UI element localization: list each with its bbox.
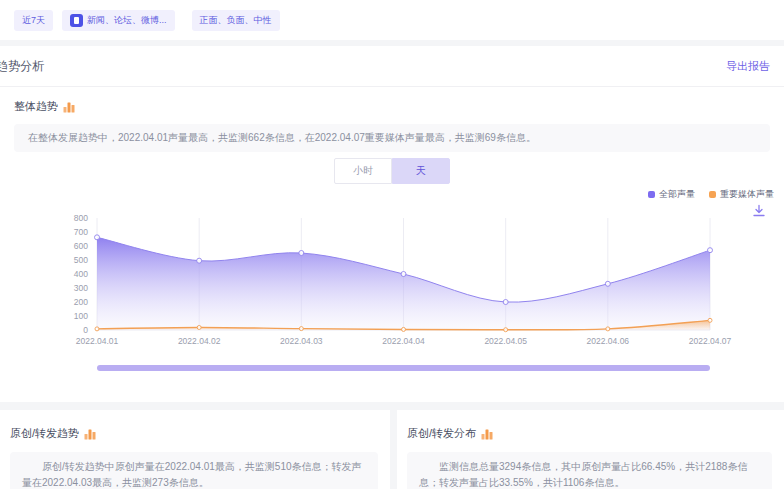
svg-text:600: 600: [74, 241, 88, 251]
sentiment-filter-label: 正面、负面、中性: [200, 14, 272, 27]
legend-item-all-volume[interactable]: 全部声量: [648, 188, 695, 201]
original-repost-distribution-header: 原创/转发分布: [407, 426, 493, 441]
filter-chip-date-range[interactable]: 近7天: [14, 10, 53, 31]
svg-text:700: 700: [74, 227, 88, 237]
legend-item-media-volume[interactable]: 重要媒体声量: [709, 188, 774, 201]
chart-legend: 全部声量 重要媒体声量: [648, 188, 774, 201]
original-repost-trend-header: 原创/转发趋势: [10, 426, 96, 441]
overall-trend-header: 整体趋势: [14, 99, 75, 114]
overall-summary-text: 在整体发展趋势中，2022.04.01声量最高，共监测662条信息，在2022.…: [14, 124, 770, 152]
bottom-cards-row: 原创/转发趋势 原创/转发趋势中原创声量在2022.04.01最高，共监测510…: [0, 410, 784, 489]
svg-text:2022.04.07: 2022.04.07: [689, 336, 732, 346]
chart-scrollbar[interactable]: [97, 365, 710, 371]
bar-chart-icon: [84, 428, 96, 440]
svg-text:500: 500: [74, 255, 88, 265]
export-report-link[interactable]: 导出报告: [726, 59, 770, 74]
svg-text:2022.04.02: 2022.04.02: [178, 336, 221, 346]
original-repost-trend-title: 原创/转发趋势: [10, 426, 79, 441]
source-badge-icon: [70, 14, 83, 27]
bar-chart-icon: [63, 101, 75, 113]
original-repost-trend-card: 原创/转发趋势 原创/转发趋势中原创声量在2022.04.01最高，共监测510…: [0, 410, 390, 489]
header-divider: [0, 86, 784, 87]
granularity-toggle: 小时 天: [334, 158, 450, 184]
svg-text:2022.04.01: 2022.04.01: [76, 336, 119, 346]
filter-chip-source[interactable]: 新闻、论坛、微博...: [62, 10, 175, 31]
original-repost-distribution-card: 原创/转发分布 监测信息总量3294条信息，其中原创声量占比66.45%，共计2…: [397, 410, 784, 489]
page-title: 趋势分析: [0, 58, 44, 75]
svg-text:2022.04.03: 2022.04.03: [280, 336, 323, 346]
original-repost-distribution-title: 原创/转发分布: [407, 426, 476, 441]
svg-text:2022.04.06: 2022.04.06: [587, 336, 630, 346]
legend-dot-media-volume: [709, 191, 716, 198]
section-header: 趋势分析 导出报告: [0, 46, 784, 86]
filter-bar: 近7天 新闻、论坛、微博... 正面、负面、中性: [0, 0, 784, 40]
trend-analysis-section: 趋势分析 导出报告 整体趋势 在整体发展趋势中，2022.04.01声量最高，共…: [0, 46, 784, 402]
date-range-label: 近7天: [22, 14, 45, 27]
svg-text:300: 300: [74, 283, 88, 293]
svg-text:200: 200: [74, 297, 88, 307]
overall-trend-title: 整体趋势: [14, 99, 58, 114]
svg-text:100: 100: [74, 311, 88, 321]
source-filter-label: 新闻、论坛、微博...: [87, 14, 167, 27]
svg-text:400: 400: [74, 269, 88, 279]
original-repost-distribution-summary: 监测信息总量3294条信息，其中原创声量占比66.45%，共计2188条信息；转…: [407, 452, 772, 489]
toggle-hour-button[interactable]: 小时: [334, 158, 392, 184]
svg-text:2022.04.04: 2022.04.04: [382, 336, 425, 346]
svg-text:2022.04.05: 2022.04.05: [484, 336, 527, 346]
trend-area-chart[interactable]: 01002003004005006007008002022.04.012022.…: [0, 205, 784, 355]
dashboard-page: 近7天 新闻、论坛、微博... 正面、负面、中性 趋势分析 导出报告 整体趋势 …: [0, 0, 784, 489]
filter-chip-sentiment[interactable]: 正面、负面、中性: [192, 10, 280, 31]
toggle-day-button[interactable]: 天: [392, 158, 450, 184]
original-repost-trend-summary: 原创/转发趋势中原创声量在2022.04.01最高，共监测510条信息；转发声量…: [10, 452, 378, 489]
legend-label-media-volume: 重要媒体声量: [720, 188, 774, 201]
bar-chart-icon: [481, 428, 493, 440]
legend-label-all-volume: 全部声量: [659, 188, 695, 201]
svg-text:0: 0: [83, 325, 88, 335]
svg-text:800: 800: [74, 213, 88, 223]
legend-dot-all-volume: [648, 191, 655, 198]
